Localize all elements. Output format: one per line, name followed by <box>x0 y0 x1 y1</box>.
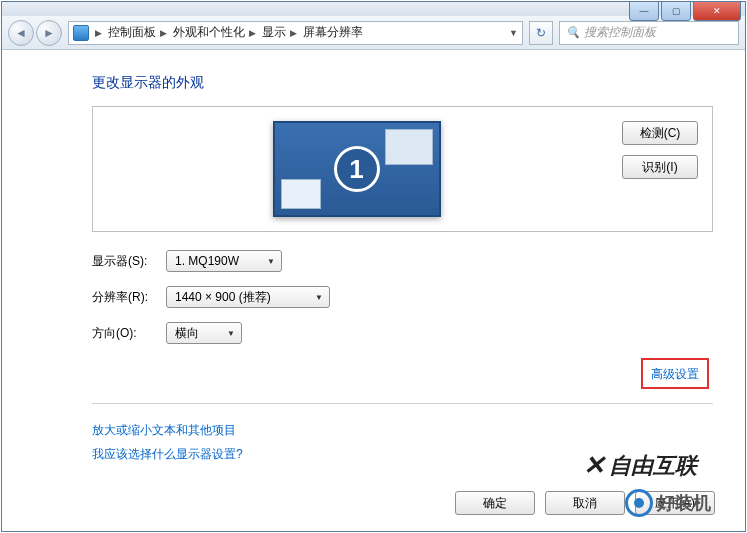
orientation-value: 横向 <box>175 325 199 342</box>
address-dropdown-icon[interactable]: ▼ <box>509 28 518 38</box>
chevron-right-icon: ▶ <box>158 28 169 38</box>
preview-buttons: 检测(C) 识别(I) <box>622 121 698 179</box>
text-size-link[interactable]: 放大或缩小文本和其他项目 <box>92 423 236 437</box>
back-icon: ◄ <box>15 26 27 40</box>
nav-buttons: ◄ ► <box>8 20 62 46</box>
advanced-link-row: 高级设置 <box>92 358 709 389</box>
cancel-button[interactable]: 取消 <box>545 491 625 515</box>
preview-thumb-left <box>281 179 321 209</box>
advanced-settings-link[interactable]: 高级设置 <box>651 367 699 381</box>
monitor-number-badge: 1 <box>334 146 380 192</box>
refresh-icon: ↻ <box>536 26 546 40</box>
orientation-row: 方向(O): 横向 ▼ <box>92 322 713 344</box>
display-label: 显示器(S): <box>92 253 166 270</box>
close-button[interactable]: ✕ <box>693 1 741 21</box>
control-panel-window: — ▢ ✕ ◄ ► ▶ 控制面板▶ 外观和个性化▶ 显示▶ 屏幕分辨率 ▼ ↻ … <box>1 1 746 532</box>
resolution-label: 分辨率(R): <box>92 289 166 306</box>
display-preview-box: 1 检测(C) 识别(I) <box>92 106 713 232</box>
orientation-label: 方向(O): <box>92 325 166 342</box>
chevron-right-icon: ▶ <box>247 28 258 38</box>
back-button[interactable]: ◄ <box>8 20 34 46</box>
display-row: 显示器(S): 1. MQ190W ▼ <box>92 250 713 272</box>
minimize-button[interactable]: — <box>629 1 659 21</box>
monitor-preview[interactable]: 1 <box>273 121 441 217</box>
refresh-button[interactable]: ↻ <box>529 21 553 45</box>
chevron-down-icon: ▼ <box>315 293 323 302</box>
apply-button[interactable]: 应用(A) <box>635 491 715 515</box>
preview-thumb-right <box>385 129 433 165</box>
display-value: 1. MQ190W <box>175 254 239 268</box>
toolbar: ◄ ► ▶ 控制面板▶ 外观和个性化▶ 显示▶ 屏幕分辨率 ▼ ↻ 🔍 搜索控制… <box>2 16 745 50</box>
control-panel-icon <box>73 25 89 41</box>
maximize-button[interactable]: ▢ <box>661 1 691 21</box>
window-controls: — ▢ ✕ <box>629 1 741 21</box>
which-settings-link[interactable]: 我应该选择什么显示器设置? <box>92 447 243 461</box>
search-input[interactable]: 🔍 搜索控制面板 <box>559 21 739 45</box>
resolution-value: 1440 × 900 (推荐) <box>175 289 271 306</box>
advanced-highlight: 高级设置 <box>641 358 709 389</box>
chevron-right-icon: ▶ <box>93 28 104 38</box>
chevron-down-icon: ▼ <box>227 329 235 338</box>
breadcrumb-segment[interactable]: 显示▶ <box>262 24 299 41</box>
footer-links: 放大或缩小文本和其他项目 我应该选择什么显示器设置? <box>92 418 713 466</box>
forward-icon: ► <box>43 26 55 40</box>
forward-button[interactable]: ► <box>36 20 62 46</box>
breadcrumb-segment[interactable]: 外观和个性化▶ <box>173 24 258 41</box>
display-dropdown[interactable]: 1. MQ190W ▼ <box>166 250 282 272</box>
separator <box>92 403 713 404</box>
breadcrumb-segment[interactable]: 屏幕分辨率 <box>303 24 363 41</box>
chevron-right-icon: ▶ <box>288 28 299 38</box>
ok-button[interactable]: 确定 <box>455 491 535 515</box>
dialog-buttons: 确定 取消 应用(A) <box>455 491 715 515</box>
resolution-row: 分辨率(R): 1440 × 900 (推荐) ▼ <box>92 286 713 308</box>
identify-button[interactable]: 识别(I) <box>622 155 698 179</box>
search-icon: 🔍 <box>566 26 580 39</box>
page-title: 更改显示器的外观 <box>92 74 713 92</box>
breadcrumb-segment[interactable]: 控制面板▶ <box>108 24 169 41</box>
titlebar: — ▢ ✕ <box>2 2 745 16</box>
content-area: 更改显示器的外观 1 检测(C) 识别(I) 显示器(S): 1. MQ190W… <box>2 50 745 466</box>
detect-button[interactable]: 检测(C) <box>622 121 698 145</box>
orientation-dropdown[interactable]: 横向 ▼ <box>166 322 242 344</box>
search-placeholder: 搜索控制面板 <box>584 24 656 41</box>
address-bar[interactable]: ▶ 控制面板▶ 外观和个性化▶ 显示▶ 屏幕分辨率 ▼ <box>68 21 523 45</box>
preview-center: 1 <box>107 121 606 217</box>
chevron-down-icon: ▼ <box>267 257 275 266</box>
resolution-dropdown[interactable]: 1440 × 900 (推荐) ▼ <box>166 286 330 308</box>
